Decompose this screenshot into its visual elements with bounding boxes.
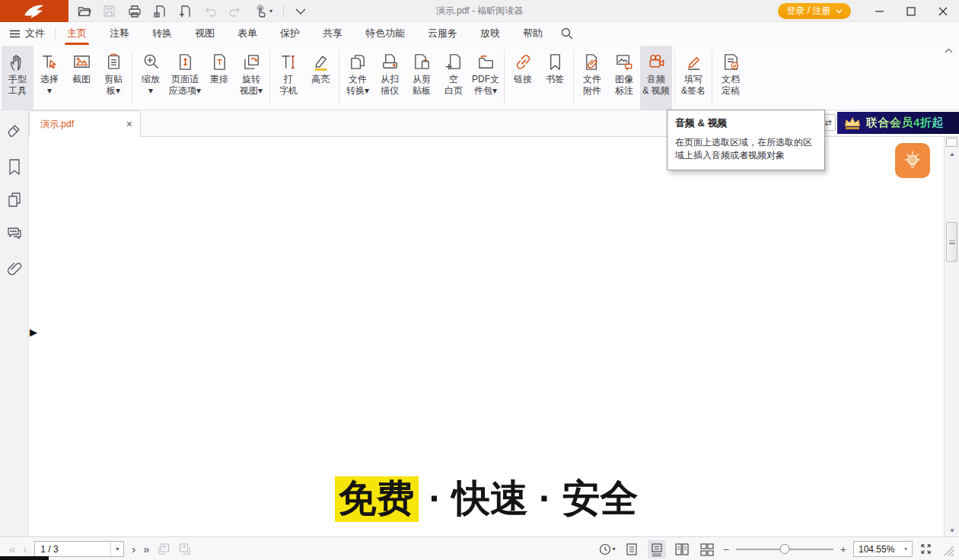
print-button[interactable]: [122, 0, 147, 22]
ribbon-button-from-scanner[interactable]: 从扫 描仪: [374, 46, 406, 110]
menu-tab-home[interactable]: 主页: [56, 22, 98, 45]
ribbon-button-audio-video[interactable]: 音频 & 视频: [640, 46, 672, 110]
login-button[interactable]: 登录 / 注册: [778, 3, 851, 19]
resize-grip[interactable]: [941, 542, 954, 556]
collapse-ribbon-button[interactable]: [945, 48, 953, 53]
ribbon-button-bookmark[interactable]: 书签: [539, 46, 571, 110]
ribbon-button-clipboard[interactable]: 剪贴 板▾: [97, 46, 129, 110]
redo-button[interactable]: [222, 0, 247, 22]
zoom-in-button[interactable]: +: [840, 544, 846, 555]
touch-mode-button[interactable]: ▾: [247, 0, 279, 22]
zoom-slider[interactable]: [736, 542, 833, 557]
menu-tab-cloud[interactable]: 云服务: [416, 22, 469, 45]
first-page-button[interactable]: «: [9, 543, 15, 555]
comments-icon: [6, 226, 23, 241]
ribbon-button-file-attachment[interactable]: 文件 附件: [576, 46, 608, 110]
next-view-button[interactable]: [178, 542, 191, 555]
menu-file[interactable]: 文件: [0, 22, 55, 45]
ribbon-button-image-annotation[interactable]: 图像 标注: [608, 46, 640, 110]
expand-panel-handle[interactable]: ▶: [30, 327, 37, 337]
undo-button[interactable]: [197, 0, 222, 22]
promo-banner[interactable]: 联合会员4折起: [837, 112, 959, 134]
menu-search-button[interactable]: [554, 22, 580, 45]
ribbon-button-doc-finalize[interactable]: 文档 定稿: [715, 46, 747, 110]
tips-lightbulb-button[interactable]: [895, 143, 930, 178]
open-file-button[interactable]: [72, 0, 97, 22]
close-button[interactable]: [927, 0, 959, 22]
single-page-view-button[interactable]: [623, 540, 641, 558]
comments-panel-button[interactable]: [0, 221, 29, 247]
ribbon-button-pdf-portfolio[interactable]: PDF文 件包▾: [470, 46, 502, 110]
vertical-scrollbar[interactable]: ▲ ▼: [944, 137, 959, 536]
ribbon-button-from-clipboard[interactable]: 从剪 贴板: [406, 46, 438, 110]
next-page-button[interactable]: ›: [132, 543, 135, 555]
menu-tab-protect[interactable]: 保护: [269, 22, 311, 45]
ribbon-button-rotate-view[interactable]: 旋转 视图▾: [235, 46, 267, 110]
fullscreen-button[interactable]: [919, 542, 932, 555]
export-document-button[interactable]: [147, 0, 172, 22]
document-page[interactable]: 免费 · 快速 · 安全: [29, 137, 944, 536]
ribbon-button-label: 链接: [514, 74, 532, 85]
ribbon-button-blank-page[interactable]: 空 白页: [438, 46, 470, 110]
maximize-icon: [906, 7, 916, 16]
menu-tab-help[interactable]: 帮助: [511, 22, 554, 45]
tab-close-icon[interactable]: ×: [126, 119, 132, 129]
menu-tab-form[interactable]: 表单: [226, 22, 269, 45]
menu-tab-view[interactable]: 视图: [183, 22, 226, 45]
split-view-handle[interactable]: [946, 138, 957, 147]
ribbon-button-hand-tool[interactable]: 手型 工具: [2, 46, 33, 110]
foxit-bird-icon: [23, 3, 46, 20]
facing-continuous-view-button[interactable]: [698, 540, 716, 558]
scrollbar-grip: [949, 240, 955, 244]
menu-tab-comment[interactable]: 注释: [98, 22, 141, 45]
undo-icon: [203, 5, 217, 18]
bookmarks-panel-button[interactable]: [0, 154, 29, 180]
ribbon-button-label: 文档 定稿: [722, 74, 740, 97]
page-number-select[interactable]: 1 / 3 ▾: [34, 541, 124, 557]
ribbon-button-typewriter[interactable]: 打 字机: [272, 46, 304, 110]
attachments-panel-button[interactable]: [0, 256, 29, 282]
document-add-icon: [178, 5, 192, 18]
customize-toolbar-button[interactable]: [288, 0, 313, 22]
auto-scroll-button[interactable]: ▾: [599, 543, 616, 555]
ribbon-button-select[interactable]: 选择 ▾: [33, 46, 65, 110]
dropdown-arrow-icon[interactable]: ▾: [900, 546, 912, 552]
ribbon-button-fit-page[interactable]: 页面适 应选项▾: [167, 46, 203, 110]
ribbon-button-convert[interactable]: 文件 转换▾: [342, 46, 374, 110]
heading-rest: · 快速 · 安全: [419, 477, 639, 520]
document-tab[interactable]: 演示.pdf ×: [29, 110, 141, 137]
zoom-level-select[interactable]: 104.55% ▾: [853, 541, 913, 557]
previous-view-button[interactable]: [158, 542, 170, 555]
menu-tab-slideshow[interactable]: 放映: [469, 22, 511, 45]
maximize-button[interactable]: [895, 0, 927, 22]
ribbon-button-reflow[interactable]: 重排: [203, 46, 235, 110]
pages-panel-button[interactable]: [0, 187, 29, 213]
facing-view-button[interactable]: [673, 540, 691, 558]
foxit-logo[interactable]: [0, 0, 68, 22]
minimize-button[interactable]: [863, 0, 895, 22]
scroll-down-icon[interactable]: ▼: [945, 527, 959, 534]
menu-tab-convert[interactable]: 转换: [141, 22, 183, 45]
ribbon-button-snapshot[interactable]: 截图: [65, 46, 97, 110]
search-icon: [561, 27, 573, 40]
zoom-slider-handle[interactable]: [779, 544, 789, 554]
promo-banner-text: 联合会员4折起: [866, 116, 944, 130]
ribbon-button-highlight[interactable]: 高亮: [304, 46, 336, 110]
scroll-up-icon[interactable]: ▲: [945, 151, 959, 158]
close-icon: [938, 7, 948, 16]
menu-tab-share[interactable]: 共享: [311, 22, 354, 45]
continuous-view-button[interactable]: [648, 540, 666, 558]
scrollbar-thumb[interactable]: [946, 222, 957, 262]
ribbon-button-fill-sign[interactable]: 填写 &签名: [677, 46, 709, 110]
prev-page-button[interactable]: ‹: [23, 543, 27, 555]
menu-tab-features[interactable]: 特色功能: [354, 22, 416, 45]
zoom-out-button[interactable]: −: [723, 544, 729, 555]
dropdown-arrow-icon[interactable]: ▾: [110, 542, 123, 556]
ribbon-button-zoom[interactable]: 缩放 ▾: [135, 46, 167, 110]
ribbon-button-link[interactable]: 链接: [507, 46, 539, 110]
last-page-button[interactable]: »: [143, 543, 149, 555]
create-pdf-button[interactable]: [172, 0, 197, 22]
ribbon-button-label: 打 字机: [279, 74, 298, 97]
save-button[interactable]: [97, 0, 122, 22]
annotation-pen-button[interactable]: [0, 116, 29, 142]
